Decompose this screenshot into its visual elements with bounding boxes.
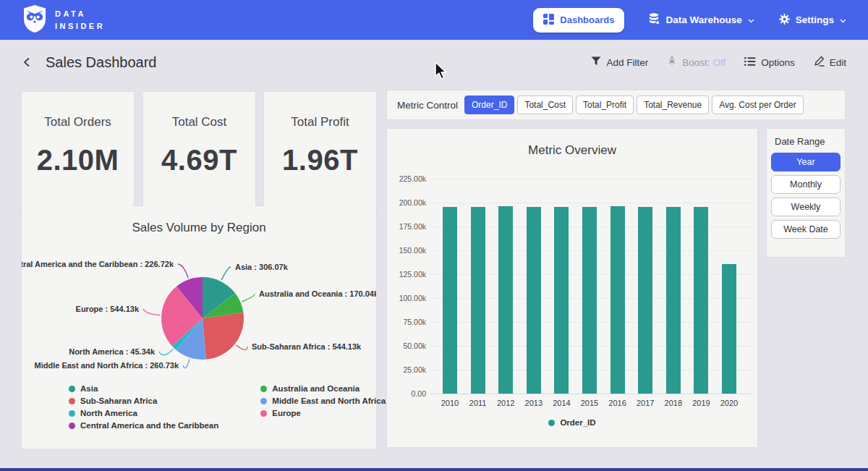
pie-slice-label: Europe : 544.13k bbox=[76, 305, 140, 313]
y-axis-tick: 100.00k bbox=[390, 294, 426, 302]
metric-chip-total-cost[interactable]: Total_Cost bbox=[517, 96, 573, 114]
bar[interactable] bbox=[498, 206, 513, 394]
x-axis-tick: 2018 bbox=[659, 399, 688, 407]
bar-chart-title: Metric Overview bbox=[387, 143, 757, 158]
bar[interactable] bbox=[722, 264, 736, 394]
bar[interactable] bbox=[666, 207, 681, 394]
pie-label-leader bbox=[178, 264, 188, 278]
bar[interactable] bbox=[610, 206, 625, 394]
data-warehouse-menu[interactable]: Data Warehouse bbox=[649, 13, 754, 27]
chevron-down-icon bbox=[840, 14, 846, 25]
bar[interactable] bbox=[443, 207, 457, 394]
x-axis-tick: 2013 bbox=[519, 399, 548, 407]
legend-item[interactable]: North America bbox=[69, 409, 218, 417]
legend-dot bbox=[69, 398, 75, 404]
legend-item[interactable]: Order_ID bbox=[548, 418, 595, 427]
bar[interactable] bbox=[582, 207, 597, 394]
legend-item[interactable]: Middle East and North Africa bbox=[260, 396, 386, 405]
gear-icon bbox=[779, 14, 790, 27]
legend-dot bbox=[69, 423, 75, 429]
filter-funnel-icon bbox=[591, 56, 601, 68]
bar[interactable] bbox=[638, 207, 652, 394]
x-axis-tick: 2016 bbox=[603, 399, 632, 407]
kpi-value: 4.69T bbox=[161, 144, 237, 177]
pie-slice-label: Central America and the Caribbean : 226.… bbox=[22, 260, 174, 268]
metric-control-label: Metric Control bbox=[397, 100, 458, 111]
legend-item[interactable]: Asia bbox=[69, 384, 218, 393]
legend-item[interactable]: Sub-Saharan Africa bbox=[69, 396, 218, 405]
metric-chip-order-id[interactable]: Order_ID bbox=[464, 96, 514, 114]
pie-label-leader bbox=[242, 294, 255, 302]
back-button[interactable] bbox=[22, 56, 33, 68]
dashboards-button[interactable]: Dashboards bbox=[533, 8, 624, 33]
date-range-label: Date Range bbox=[775, 136, 841, 147]
legend-item[interactable]: Europe bbox=[260, 409, 386, 417]
metric-chip-total-profit[interactable]: Total_Profit bbox=[576, 96, 634, 114]
legend-dot bbox=[548, 420, 555, 426]
pie-slice[interactable] bbox=[203, 313, 244, 360]
bar[interactable] bbox=[554, 207, 569, 394]
legend-dot bbox=[69, 386, 75, 392]
options-list-icon bbox=[744, 57, 756, 68]
kpi-label: Total Profit bbox=[291, 115, 349, 130]
legend-dot bbox=[260, 398, 267, 404]
gridline bbox=[430, 394, 752, 394]
boost-toggle[interactable]: Boost: Off bbox=[667, 56, 726, 69]
bar-legend: Order_ID bbox=[387, 418, 757, 427]
date-range-monthly-button[interactable]: Monthly bbox=[771, 175, 841, 194]
settings-menu[interactable]: Settings bbox=[779, 14, 846, 27]
page-header: Sales Dashboard Add Filter Boost: Off bbox=[0, 40, 868, 85]
kpi-card-total-cost: Total Cost 4.69T bbox=[143, 92, 255, 221]
gridline bbox=[430, 179, 752, 179]
y-axis-tick: 0.00 bbox=[390, 389, 426, 398]
page-title: Sales Dashboard bbox=[46, 54, 156, 71]
edit-button[interactable]: Edit bbox=[814, 56, 846, 69]
kpi-label: Total Orders bbox=[44, 115, 111, 130]
y-axis-tick: 225.00k bbox=[390, 174, 426, 183]
x-axis-tick: 2020 bbox=[715, 399, 744, 407]
legend-item[interactable]: Central America and the Caribbean bbox=[69, 421, 218, 430]
pie-slice-label: Middle East and North Africa : 260.73k bbox=[35, 361, 179, 370]
options-button[interactable]: Options bbox=[744, 57, 795, 68]
legend-item[interactable]: Australia and Oceania bbox=[260, 384, 386, 393]
date-range-week-date-button[interactable]: Week Date bbox=[771, 220, 841, 239]
y-axis-tick: 125.00k bbox=[390, 270, 426, 279]
bar[interactable] bbox=[471, 207, 485, 394]
kpi-card-total-orders: Total Orders 2.10M bbox=[22, 92, 134, 221]
pie-label-leader bbox=[159, 349, 173, 355]
rocket-icon bbox=[667, 56, 677, 69]
kpi-value: 2.10M bbox=[37, 144, 119, 177]
pie-label-leader bbox=[143, 309, 160, 315]
boost-label: Boost: bbox=[682, 57, 710, 68]
kpi-label: Total Cost bbox=[172, 115, 227, 130]
pie-legend: Asia Sub-Saharan Africa North America Ce… bbox=[69, 384, 386, 430]
legend-dot bbox=[260, 410, 267, 417]
brand[interactable]: DATA INSIDER bbox=[22, 4, 105, 36]
date-range-year-button[interactable]: Year bbox=[771, 153, 841, 171]
settings-label: Settings bbox=[796, 14, 834, 25]
x-axis-tick: 2010 bbox=[435, 399, 464, 407]
metric-chip-avg-cost-per-order[interactable]: Avg. Cost per Order bbox=[712, 96, 804, 114]
date-range-weekly-button[interactable]: Weekly bbox=[771, 198, 841, 216]
y-axis-tick: 50.00k bbox=[390, 341, 426, 350]
pie-slice-label: Australia and Oceania : 170.04k bbox=[259, 289, 376, 298]
metric-control-bar: Metric Control Order_ID Total_Cost Total… bbox=[387, 90, 845, 119]
x-axis-tick: 2012 bbox=[491, 399, 520, 407]
bar[interactable] bbox=[527, 207, 541, 394]
bar-chart-panel: Metric Overview 0.0025.00k50.00k75.00k10… bbox=[387, 129, 757, 447]
date-range-panel: Date Range Year Monthly Weekly Week Date bbox=[767, 129, 845, 257]
x-axis-tick: 2019 bbox=[686, 399, 715, 407]
y-axis-tick: 200.00k bbox=[390, 198, 426, 207]
pie-slice-label: Asia : 306.07k bbox=[235, 263, 289, 271]
y-axis-tick: 150.00k bbox=[390, 246, 426, 255]
chevron-down-icon bbox=[748, 14, 754, 25]
legend-dot bbox=[260, 386, 267, 392]
database-icon bbox=[649, 13, 660, 27]
bar-chart-plot: 0.0025.00k50.00k75.00k100.00k125.00k150.… bbox=[430, 179, 752, 394]
bar[interactable] bbox=[694, 207, 708, 394]
metric-chip-total-revenue[interactable]: Total_Revenue bbox=[637, 96, 709, 114]
dashboards-label: Dashboards bbox=[560, 14, 614, 25]
top-nav: DATA INSIDER Dashboards bbox=[0, 0, 868, 40]
add-filter-button[interactable]: Add Filter bbox=[591, 56, 648, 68]
pie-slice-label: North America : 45.34k bbox=[69, 347, 156, 356]
